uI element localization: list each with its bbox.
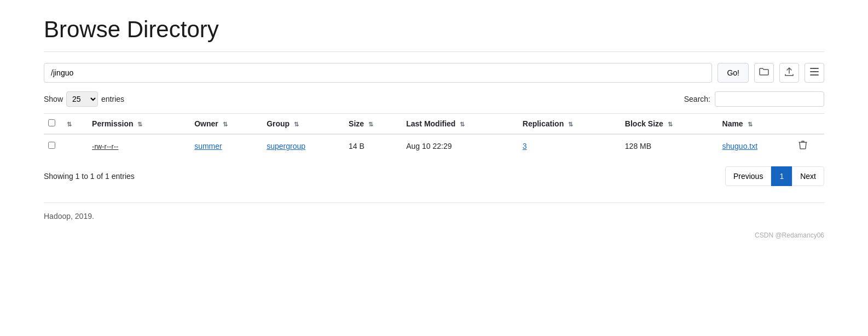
go-button[interactable]: Go! [717,63,749,83]
table-row: -rw-r--r-- summer supergroup 14 B Aug 10… [44,134,824,158]
blocksize-sort-icon: ⇅ [668,121,673,128]
group-sort-icon: ⇅ [294,121,299,128]
row-checkbox-cell[interactable] [44,134,60,158]
row-replication[interactable]: 3 [518,134,621,158]
svg-rect-0 [810,68,819,69]
row-delete[interactable] [794,134,824,158]
search-row: Search: [684,91,824,107]
row-spacer [60,134,88,158]
col-size-header[interactable]: Size ⇅ [344,114,402,135]
col-blocksize-label: Block Size [625,119,663,128]
delete-icon[interactable] [798,142,807,152]
title-divider [44,51,824,52]
col-actions-header [794,114,824,135]
col-group-header[interactable]: Group ⇅ [262,114,344,135]
col-sort-all-header[interactable]: ⇅ [60,114,88,135]
col-group-label: Group [267,119,290,128]
lastmodified-sort-icon: ⇅ [460,121,465,128]
pagination-row: Showing 1 to 1 of 1 entries Previous 1 N… [44,166,824,186]
row-permission: -rw-r--r-- [88,134,190,158]
folder-icon-button[interactable] [754,63,774,83]
col-owner-header[interactable]: Owner ⇅ [190,114,262,135]
list-icon [810,68,819,78]
entries-select[interactable]: 10 25 50 100 [66,91,98,107]
replication-sort-icon: ⇅ [568,121,573,128]
row-group[interactable]: supergroup [262,134,344,158]
col-replication-label: Replication [523,119,564,128]
page-1-button[interactable]: 1 [771,166,792,186]
footer-text: Hadoop, 2019. [44,212,824,221]
list-icon-button[interactable] [805,63,824,83]
col-lastmodified-header[interactable]: Last Modified ⇅ [402,114,518,135]
col-size-label: Size [349,119,364,128]
svg-rect-1 [810,71,819,72]
controls-row: Show 10 25 50 100 entries Search: [44,91,824,107]
owner-sort-icon: ⇅ [223,121,228,128]
size-sort-icon: ⇅ [368,121,373,128]
upload-icon [785,67,794,79]
sort-all-icon: ⇅ [67,121,72,128]
showing-text: Showing 1 to 1 of 1 entries [44,172,135,181]
path-input[interactable] [44,63,712,83]
row-checkbox-0[interactable] [48,142,55,149]
col-blocksize-header[interactable]: Block Size ⇅ [621,114,718,135]
pagination: Previous 1 Next [725,166,824,186]
show-entries: Show 10 25 50 100 entries [44,91,124,107]
footer-divider [44,202,824,203]
col-permission-label: Permission [92,119,133,128]
next-button[interactable]: Next [792,166,824,186]
row-block-size: 128 MB [621,134,718,158]
watermark: CSDN @Redamancy06 [44,221,824,239]
permission-sort-icon: ⇅ [137,121,142,128]
entries-label: entries [101,95,124,103]
col-permission-header[interactable]: Permission ⇅ [88,114,190,135]
path-bar: Go! [44,63,824,83]
row-last-modified: Aug 10 22:29 [402,134,518,158]
previous-button[interactable]: Previous [725,166,771,186]
row-name[interactable]: shuguo.txt [718,134,794,158]
col-owner-label: Owner [194,119,218,128]
col-checkbox-header[interactable] [44,114,60,135]
svg-rect-2 [810,74,819,76]
search-input[interactable] [715,91,824,107]
page-title: Browse Directory [44,16,824,43]
folder-icon [759,67,769,78]
name-sort-icon: ⇅ [748,121,753,128]
row-owner[interactable]: summer [190,134,262,158]
select-all-checkbox[interactable] [48,119,55,126]
col-name-header[interactable]: Name ⇅ [718,114,794,135]
directory-table: ⇅ Permission ⇅ Owner ⇅ Group ⇅ Size ⇅ [44,113,824,158]
col-replication-header[interactable]: Replication ⇅ [518,114,621,135]
col-lastmodified-label: Last Modified [406,119,455,128]
show-label: Show [44,95,63,103]
col-name-label: Name [722,119,743,128]
search-label: Search: [684,95,710,103]
row-size: 14 B [344,134,402,158]
upload-icon-button[interactable] [779,63,799,83]
table-header-row: ⇅ Permission ⇅ Owner ⇅ Group ⇅ Size ⇅ [44,114,824,135]
